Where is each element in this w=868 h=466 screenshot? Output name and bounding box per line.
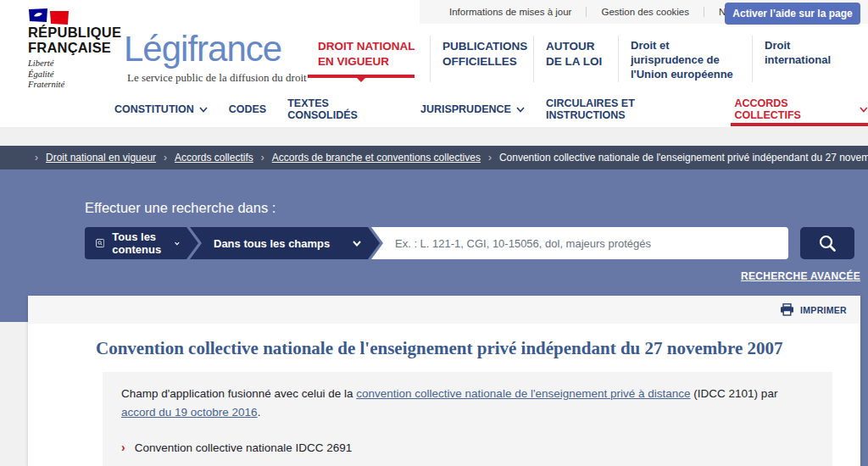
sub-nav: CONSTITUTION CODES TEXTES CONSOLIDÉS JUR…	[114, 92, 868, 127]
merger-accord-link[interactable]: accord du 19 octobre 2016	[121, 406, 258, 419]
subnav-codes[interactable]: CODES	[229, 103, 266, 115]
print-bar: IMPRIMER	[28, 296, 860, 324]
breadcrumb: › Droit national en vigueur › Accords co…	[0, 146, 868, 169]
liberte-egalite-fraternite-motto: Liberté Égalité Fraternité	[28, 58, 64, 91]
nav-item-label: Droit et jurisprudence de l'Union europé…	[631, 39, 733, 80]
subnav-circulaires-et-instructions[interactable]: CIRCULAIRES ET INSTRUCTIONS	[546, 97, 714, 121]
right-background-strip	[860, 322, 868, 466]
chevron-down-icon	[199, 107, 208, 113]
print-button-label: IMPRIMER	[800, 305, 847, 315]
subnav-item-label: CIRCULAIRES ET INSTRUCTIONS	[546, 97, 714, 121]
nav-item-label: DROIT NATIONAL EN VIGUEUR	[318, 40, 415, 68]
chevron-down-icon	[175, 241, 180, 247]
legifrance-tagline: Le service public de la diffusion du dro…	[127, 71, 307, 85]
subnav-item-label: JURISPRUDENCE	[420, 103, 511, 115]
search-field-dropdown[interactable]: Dans tous les champs	[190, 227, 380, 259]
advanced-search-row: RECHERCHE AVANCÉE	[0, 268, 860, 283]
nav-item-label: PUBLICATIONS OFFICIELLES	[442, 40, 527, 68]
field-dropdown-value: Dans tous les champs	[214, 237, 330, 250]
updates-info-link[interactable]: Informations de mises à jour	[435, 7, 586, 17]
scope-dropdown-value: Tous les contenus	[112, 230, 167, 256]
nav-droit-national-en-vigueur[interactable]: DROIT NATIONAL EN VIGUEUR	[306, 36, 430, 82]
notice-suffix: .	[258, 406, 261, 419]
page-title: Convention collective nationale de l'ens…	[96, 338, 835, 359]
subnav-item-label: CONSTITUTION	[114, 103, 194, 115]
breadcrumb-separator: ›	[488, 152, 492, 164]
nav-publications-officielles[interactable]: PUBLICATIONS OFFICIELLES	[430, 36, 533, 82]
content-panel: IMPRIMER Convention collective nationale…	[28, 296, 860, 466]
active-nav-underline	[308, 75, 415, 78]
breadcrumb-droit-national[interactable]: Droit national en vigueur	[46, 152, 156, 164]
scope-notice-box: Champ d'application fusionné avec celui …	[103, 372, 832, 466]
printer-icon	[780, 303, 794, 316]
subnav-item-label: CODES	[229, 103, 266, 115]
breadcrumb-separator: ›	[261, 152, 264, 164]
subnav-textes-consolides[interactable]: TEXTES CONSOLIDÉS	[287, 97, 399, 121]
advanced-search-link[interactable]: RECHERCHE AVANCÉE	[741, 270, 860, 282]
nav-item-label: Droit international	[765, 39, 831, 66]
chevron-down-icon	[516, 107, 525, 113]
nav-item-label: AUTOUR DE LA LOI	[546, 40, 602, 68]
separator-band	[0, 127, 868, 146]
nav-droit-international[interactable]: Droit international	[752, 36, 845, 82]
enable-page-help-button[interactable]: Activer l’aide sur la page	[725, 3, 860, 25]
search-input[interactable]	[371, 227, 788, 259]
search-button[interactable]	[800, 227, 854, 259]
list-item-label: Enseignement privé indépendant	[135, 460, 302, 466]
legifrance-logo[interactable]: Légifrance	[124, 29, 281, 69]
chevron-down-icon	[860, 107, 868, 113]
print-button[interactable]: IMPRIMER	[780, 303, 847, 316]
cookies-link[interactable]: Gestion des cookies	[586, 7, 704, 17]
chevron-down-icon	[353, 241, 361, 247]
subnav-constitution[interactable]: CONSTITUTION	[114, 103, 208, 115]
breadcrumb-separator: ›	[35, 152, 38, 164]
related-links-list: Convention collective nationale IDCC 269…	[121, 436, 814, 466]
search-scope-dropdown[interactable]: Tous les contenus	[85, 227, 198, 259]
breadcrumb-separator: ›	[164, 152, 167, 164]
search-icon	[818, 234, 837, 252]
republique-francaise-wordmark: RÉPUBLIQUE FRANÇAISE	[28, 25, 121, 55]
search-section-label: Effectuer une recherche dans :	[85, 200, 275, 216]
scope-notice-text: Champ d'application fusionné avec celui …	[121, 385, 814, 423]
search-bar: Tous les contenus Dans tous les champs	[85, 227, 854, 259]
breadcrumb-accords-de-branche[interactable]: Accords de branche et conventions collec…	[272, 152, 481, 164]
breadcrumb-accords-collectifs[interactable]: Accords collectifs	[175, 152, 253, 164]
nav-droit-union-europeenne[interactable]: Droit et jurisprudence de l'Union europé…	[618, 36, 752, 82]
subnav-jurisprudence[interactable]: JURISPRUDENCE	[420, 103, 525, 115]
list-item-idcc-2691[interactable]: Convention collective nationale IDCC 269…	[121, 436, 814, 459]
notice-mid: (IDCC 2101) par	[691, 387, 778, 400]
left-background-strip	[0, 322, 28, 466]
subnav-accords-collectifs[interactable]: ACCORDS COLLECTIFS	[734, 97, 868, 121]
list-item-label: Convention collective nationale IDCC 269…	[135, 437, 353, 459]
subnav-item-label: ACCORDS COLLECTIFS	[734, 97, 854, 121]
list-item-enseignement-prive[interactable]: Enseignement privé indépendant	[121, 459, 814, 466]
linked-convention-link[interactable]: convention collective nationale de l'ens…	[356, 387, 690, 400]
main-nav: DROIT NATIONAL EN VIGUEUR PUBLICATIONS O…	[306, 36, 845, 82]
subnav-item-label: TEXTES CONSOLIDÉS	[287, 97, 399, 121]
nav-autour-de-la-loi[interactable]: AUTOUR DE LA LOI	[533, 36, 618, 82]
notice-prefix: Champ d'application fusionné avec celui …	[121, 387, 356, 400]
document-search-icon	[96, 236, 104, 251]
search-input-wrap	[371, 227, 788, 259]
breadcrumb-current-page: Convention collective nationale de l'ens…	[499, 152, 868, 164]
